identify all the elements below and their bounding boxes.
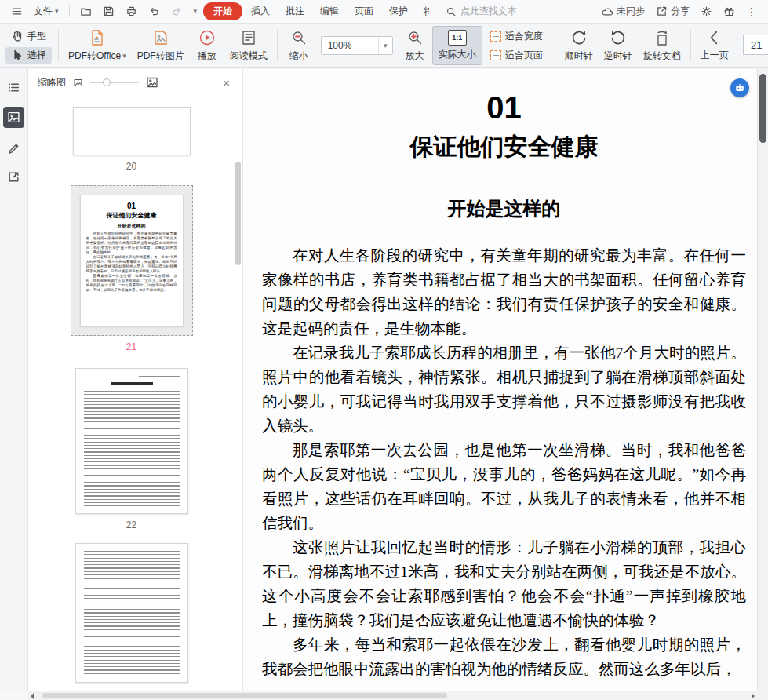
thumbnail-panel-scrollbar[interactable]: [235, 162, 241, 265]
promotion-button[interactable]: [719, 3, 740, 20]
quick-access-caret[interactable]: ▾: [189, 5, 202, 18]
share-button[interactable]: 分享: [651, 2, 694, 20]
mini-chapter-number: 01: [86, 202, 177, 210]
zoom-out-icon: [289, 28, 308, 47]
select-tool-button[interactable]: 选择: [5, 47, 52, 64]
close-panel-button[interactable]: ×: [220, 75, 233, 91]
play-button[interactable]: 播放: [190, 26, 224, 65]
save-icon: [103, 5, 115, 17]
export-icon: [7, 170, 20, 184]
thumbnails-icon: [7, 111, 20, 124]
undo-button[interactable]: [144, 2, 165, 20]
undo-icon: [148, 5, 160, 17]
chapter-number: 01: [262, 89, 746, 126]
pdf-to-office-button[interactable]: PDF转Office▾: [63, 26, 132, 65]
mini-paragraph: 在对人生各阶段的研究中，有关童年期的研究最为丰富。在任何一家像样的书店，养育类书…: [86, 232, 177, 255]
select-tool-label: 选择: [27, 49, 46, 62]
sync-status-label: 未同步: [617, 5, 645, 18]
fit-width-button[interactable]: 适合宽度: [485, 28, 548, 45]
tab-features[interactable]: 特色: [417, 2, 429, 21]
file-menu[interactable]: 文件 ▾: [29, 2, 64, 21]
sidebar-icon-strip: [0, 69, 28, 691]
thumbnail-page-20[interactable]: [73, 107, 191, 155]
search-placeholder: 点此查找文本: [460, 5, 517, 18]
thumbnail-page-21-selected[interactable]: 01 保证他们安全健康 开始是这样的 在对人生各阶段的研究中，有关童年期的研究最…: [71, 185, 193, 336]
save-button[interactable]: [98, 2, 119, 20]
tab-insert[interactable]: 插入: [244, 2, 277, 21]
more-vertical-icon: ⋮: [746, 5, 757, 18]
tab-edit[interactable]: 编辑: [313, 2, 346, 21]
sidebar-item-thumbnails[interactable]: [3, 107, 24, 128]
sync-status-button[interactable]: 未同步: [596, 2, 650, 20]
workspace: 缩略图 × 20 01 保证他们安全健康 开始是这样的 在对人生各阶段的研究中，…: [0, 69, 768, 691]
sidebar-item-annotations[interactable]: [3, 137, 24, 158]
thumbnail-page-23[interactable]: [75, 543, 188, 683]
thumbnail-label-21: 21: [126, 341, 136, 352]
hand-tool-button[interactable]: 手型: [5, 28, 52, 45]
search-box[interactable]: 点此查找文本: [441, 2, 522, 20]
sidebar-item-export[interactable]: [3, 166, 24, 188]
thumbnail-label-20: 20: [126, 161, 136, 172]
read-mode-icon: [239, 28, 258, 47]
pdf-to-image-button[interactable]: PDF转图片: [132, 26, 190, 65]
more-menu-button[interactable]: ⋮: [741, 3, 762, 20]
rotate-document-label: 旋转文档: [643, 49, 681, 63]
divider: [555, 30, 555, 61]
fake-heading-line: [111, 382, 153, 385]
chapter-title: 保证他们安全健康: [262, 130, 746, 163]
tab-protect[interactable]: 保护: [382, 2, 415, 21]
vertical-scrollbar-thumb[interactable]: [759, 74, 766, 143]
zoom-level-combobox[interactable]: 100% ▾: [321, 36, 393, 55]
rotate-counterclockwise-button[interactable]: 逆时针: [599, 26, 638, 65]
zoom-out-button[interactable]: 缩小: [282, 26, 316, 65]
read-mode-label: 阅读模式: [230, 49, 268, 63]
section-title: 开始是这样的: [262, 195, 746, 223]
tab-home[interactable]: 开始: [203, 2, 242, 20]
rotate-clockwise-button[interactable]: 顺时针: [559, 26, 599, 65]
actual-size-button[interactable]: 1:1 实际大小: [432, 26, 482, 65]
rotate-clockwise-label: 顺时针: [565, 49, 593, 63]
settings-button[interactable]: [696, 3, 717, 20]
read-mode-button[interactable]: 阅读模式: [224, 26, 273, 65]
horizontal-scrollbar[interactable]: [28, 691, 757, 700]
rotate-counterclockwise-icon: [609, 28, 628, 47]
file-menu-label: 文件: [34, 5, 53, 18]
paragraph: 在对人生各阶段的研究中，有关童年期的研究最为丰富。在任何一家像样的书店，养育类书…: [262, 243, 746, 341]
sidebar-item-outline[interactable]: [3, 77, 24, 98]
tab-annotate[interactable]: 批注: [278, 2, 311, 21]
thumbnail-page-22[interactable]: [75, 368, 188, 514]
horizontal-scrollbar-thumb[interactable]: [42, 693, 447, 698]
zoom-out-label: 缩小: [289, 49, 308, 63]
main-menu-button[interactable]: [6, 2, 27, 20]
vertical-scrollbar[interactable]: [757, 69, 768, 691]
thumbnail-page-21[interactable]: 01 保证他们安全健康 开始是这样的 在对人生各阶段的研究中，有关童年期的研究最…: [80, 195, 184, 326]
print-button[interactable]: [121, 2, 142, 20]
wps-pdf-window: 文件 ▾ ▾ 开始 插入 批注 编辑 页面 保护 特色 点此查找: [0, 0, 768, 700]
open-file-button[interactable]: [75, 2, 96, 20]
divider: [690, 30, 691, 61]
divider: [69, 5, 70, 17]
slider-knob[interactable]: [103, 78, 111, 86]
rotate-document-button[interactable]: 旋转文档: [638, 26, 686, 65]
document-view[interactable]: 01 保证他们安全健康 开始是这样的 在对人生各阶段的研究中，有关童年期的研究最…: [243, 69, 757, 691]
page-number-input[interactable]: 21: [743, 35, 768, 55]
previous-page-button[interactable]: 上一页: [695, 26, 734, 65]
tab-page[interactable]: 页面: [348, 2, 380, 21]
zoom-in-button[interactable]: 放大: [398, 26, 432, 65]
rotate-clockwise-icon: [570, 28, 588, 47]
previous-page-label: 上一页: [701, 49, 729, 62]
thumbnail-small-icon: [73, 78, 83, 88]
fit-page-button[interactable]: 适合页面: [485, 47, 548, 64]
gear-icon: [701, 5, 712, 17]
thumbnail-large-icon: [146, 76, 158, 89]
scroll-right-arrow[interactable]: [752, 693, 755, 699]
thumbnail-size-slider[interactable]: [90, 82, 139, 83]
play-icon: [198, 28, 217, 47]
scroll-left-arrow[interactable]: [31, 693, 34, 699]
mini-chapter-title: 保证他们安全健康: [86, 212, 177, 220]
redo-button[interactable]: [166, 2, 187, 20]
hand-icon: [11, 30, 24, 42]
zoom-level-value: 100%: [322, 40, 378, 51]
thumbnail-panel-header: 缩略图 ×: [28, 69, 242, 96]
ai-assistant-float-button[interactable]: [730, 78, 749, 97]
